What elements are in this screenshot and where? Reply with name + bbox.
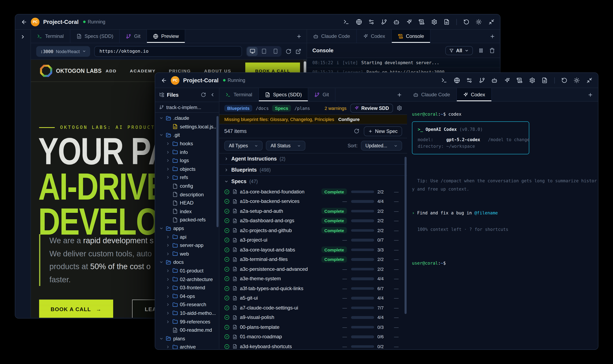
tree-item-settings-local-js[interactable]: settings.local.js... [155,122,219,131]
git-branch-row[interactable]: track-c-implem... [155,102,219,113]
back-arrow-icon[interactable] [161,77,167,83]
tree-item-api[interactable]: api [155,233,219,241]
rotate-icon[interactable] [463,19,469,25]
tree-item-archive[interactable]: archive [155,343,219,349]
spec-list-scrollbar-thumb[interactable] [404,157,407,314]
add-tab-button[interactable] [588,92,593,97]
spec-row-00-plans-template[interactable]: 00-plans-template—0/3— [219,322,407,332]
tree-item-packed-refs[interactable]: packed-refs [155,216,219,224]
expand-chevron-icon[interactable] [20,34,26,39]
tree-item-hooks[interactable]: hooks [155,140,219,148]
terminal-icon[interactable] [441,77,447,83]
back-arrow-icon[interactable] [21,19,27,25]
tab-claude-code[interactable]: Claude Code [407,88,456,101]
sliders-icon[interactable] [466,77,472,83]
tree-item-00-readme-md[interactable]: 00-readme.md [155,326,219,334]
file-text-icon[interactable] [444,19,450,25]
spec-row-a5-git-ui[interactable]: a5-git-ui—4/4— [219,293,407,303]
spec-row-a2c-projects-and-github[interactable]: a2c-projects-and-githubComplete2/2— [219,225,407,235]
tree-item-index[interactable]: index [155,207,219,216]
port-selector[interactable]: :3000 Node/React [36,46,90,57]
file-text-icon[interactable] [542,77,548,83]
review-sdd-button[interactable]: Review SDD [350,104,393,113]
console-filter-dropdown[interactable]: All [445,46,473,55]
sun-icon[interactable] [476,19,482,25]
desktop-view-button[interactable] [247,47,258,56]
book-a-call-button[interactable]: BOOK A CALL→ [39,299,113,318]
tab-specs-sdd[interactable]: Specs (SDD) [259,88,308,101]
spec-row-a3e-theme-system[interactable]: a3e-theme-system—4/4— [219,274,407,284]
open-external-icon[interactable] [296,48,301,54]
new-spec-button[interactable]: New Spec [364,126,402,136]
tree-item-plans[interactable]: plans [155,334,219,343]
files-scrollbar-thumb[interactable] [216,116,219,227]
tree-item-01-product[interactable]: 01-product [155,266,219,275]
refresh-files-icon[interactable] [201,92,206,98]
tree-item-git[interactable]: .git [155,131,219,139]
tree-item-info[interactable]: info [155,148,219,156]
spec-row-a1b-core-backend-services[interactable]: a1b-core-backend-services—4/4— [219,196,407,206]
sliders-icon[interactable] [368,19,374,25]
configure-link[interactable]: Configure [338,117,360,122]
section-blueprints[interactable]: Blueprints(498) [219,165,407,176]
nav-link-academy[interactable]: ACADEMY [130,68,156,73]
spec-row-a3c-persistence-and-advanced[interactable]: a3c-persistence-and-advanced—2/2— [219,264,407,274]
mobile-view-button[interactable] [270,47,281,56]
bot-icon[interactable] [491,77,497,83]
tree-item-claude[interactable]: .claude [155,114,219,122]
tab-console[interactable]: Console [392,30,431,43]
gear-icon[interactable] [431,19,437,25]
tab-terminal[interactable]: Terminal [219,88,259,101]
blueprints-badge[interactable]: Blueprints [224,105,252,111]
sparkles-icon[interactable] [504,77,510,83]
add-tab-button[interactable] [296,34,302,39]
git-branch-icon[interactable] [381,19,387,25]
tree-item-02-architecture[interactable]: 02-architecture [155,275,219,284]
tab-claude-code[interactable]: Claude Code [307,30,357,43]
scroll-icon[interactable] [517,77,522,83]
spec-row-a2b-dashboard-and-orgs[interactable]: a2b-dashboard-and-orgsComplete2/2— [219,216,407,225]
spec-row-a1a-core-backend-foundation[interactable]: a1a-core-backend-foundationComplete2/2— [219,187,407,196]
git-branch-icon[interactable] [479,77,485,83]
spec-row-01-macro-roadmap[interactable]: 01-macro-roadmap—0/6— [219,332,407,342]
url-input[interactable]: https://oktogon.io [94,46,242,57]
section-specs[interactable]: Specs(47) [219,176,407,187]
codex-terminal[interactable]: user@coral:~$ codex >_ OpenAI Codex (v0.… [407,102,598,349]
tree-item-description[interactable]: description [155,190,219,199]
gear-icon[interactable] [529,77,535,83]
spec-row-a3a-core-layout-and-tabs[interactable]: a3a-core-layout-and-tabsComplete3/3— [219,245,407,255]
tree-item-docs[interactable]: docs [155,258,219,266]
spec-row-a9-visual-polish[interactable]: a9-visual-polish—4/4— [219,312,407,322]
scroll-icon[interactable] [418,19,425,25]
tree-item-logs[interactable]: logs [155,156,219,165]
tab-specs-sdd[interactable]: Specs (SDD) [70,30,120,43]
tab-preview[interactable]: Preview [147,30,185,43]
collapse-panel-icon[interactable] [210,92,215,98]
globe-icon[interactable] [356,19,362,25]
trash-icon[interactable] [489,48,495,53]
pause-icon[interactable] [478,48,484,53]
tab-git[interactable]: Git [308,88,336,101]
tab-terminal[interactable]: Terminal [31,30,70,43]
spec-row-a3-project-ui[interactable]: a3-project-ui—0/7— [219,235,407,245]
tree-item-04-ops[interactable]: 04-ops [155,292,219,300]
shrink-icon[interactable] [488,19,494,25]
tree-item-refs[interactable]: refs [155,173,219,182]
tree-item-03-frontend[interactable]: 03-frontend [155,284,219,292]
tree-item-10-aidd-metho[interactable]: 10-aidd-metho... [155,309,219,317]
globe-icon[interactable] [454,77,460,83]
tab-git[interactable]: Git [120,30,147,43]
tree-item-05-research[interactable]: 05-research [155,300,219,309]
sort-dropdown[interactable]: Updated... [361,141,402,151]
status-filter-dropdown[interactable]: All Status [266,141,305,151]
tree-item-config[interactable]: config [155,182,219,190]
add-tab-button[interactable] [490,34,495,39]
spec-row-a3b-terminal-and-files[interactable]: a3b-terminal-and-filesComplete2/2— [219,255,407,264]
rotate-icon[interactable] [561,77,567,83]
tablet-view-button[interactable] [259,47,269,56]
tree-item-web[interactable]: web [155,250,219,258]
tree-item-apps[interactable]: apps [155,224,219,233]
add-tab-button[interactable] [397,92,402,97]
tab-codex[interactable]: Codex [456,88,492,101]
specs-badge[interactable]: Specs [272,105,291,111]
